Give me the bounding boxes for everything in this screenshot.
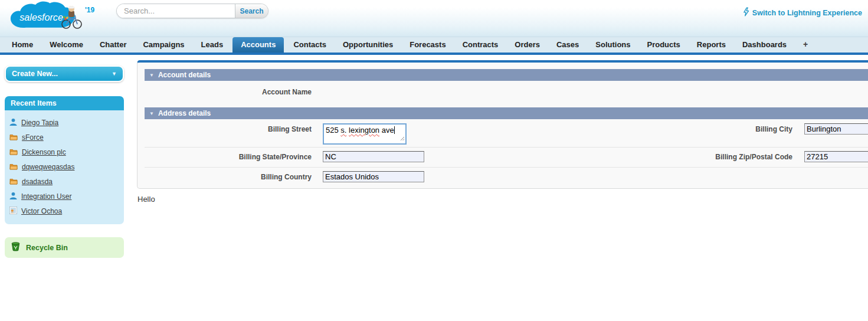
tab-products[interactable]: Products (639, 37, 689, 53)
account-icon (9, 147, 18, 158)
top-header: salesforce '19 Search Switch to Lightnin… (0, 0, 868, 37)
list-item: Dickenson plc (9, 145, 120, 159)
billing-street-row: Billing Street 525 s. lexington ave Bill… (145, 119, 868, 147)
billing-country-label: Billing Country (145, 171, 312, 181)
recent-items-panel: Recent Items Diego Tapia sForce (5, 96, 124, 224)
recent-items-title: Recent Items (5, 96, 124, 110)
account-name-row: Account Name (145, 81, 868, 107)
einstein-mascot: '19 (59, 5, 94, 30)
tab-chatter[interactable]: Chatter (91, 37, 135, 53)
billing-street-label: Billing Street (145, 123, 312, 133)
recent-item-link[interactable]: dsadasda (22, 178, 53, 186)
recent-item-link[interactable]: Integration User (21, 192, 71, 201)
tab-forecasts[interactable]: Forecasts (401, 37, 454, 53)
tab-welcome[interactable]: Welcome (41, 37, 91, 53)
svg-text:salesforce: salesforce (19, 12, 63, 22)
recent-item-link[interactable]: dqweqweqasdas (22, 163, 74, 171)
list-item: dsadasda (9, 174, 120, 189)
account-icon (9, 132, 18, 143)
collapse-triangle-icon: ▼ (149, 111, 154, 116)
recycle-bin-icon (11, 241, 21, 254)
tab-dashboards[interactable]: Dashboards (734, 37, 795, 53)
tab-contracts[interactable]: Contracts (454, 37, 507, 53)
billing-street-textarea[interactable]: 525 s. lexington ave (323, 123, 407, 145)
tab-home[interactable]: Home (4, 37, 41, 53)
account-name-label: Account Name (145, 86, 312, 96)
recent-item-link[interactable]: Victor Ochoa (21, 207, 62, 215)
list-item: Victor Ochoa (9, 204, 120, 218)
tab-leads[interactable]: Leads (193, 37, 232, 53)
create-new-dropdown[interactable]: Create New... ▼ (5, 65, 124, 82)
switch-to-lightning-link[interactable]: Switch to Lightning Experience (743, 7, 862, 18)
tab-opportunities[interactable]: Opportunities (335, 37, 401, 53)
account-icon (9, 176, 18, 187)
recent-item-link[interactable]: Dickenson plc (22, 148, 66, 156)
tab-contacts[interactable]: Contacts (285, 37, 335, 53)
tab-cases[interactable]: Cases (548, 37, 587, 53)
list-item: Diego Tapia (9, 115, 120, 130)
recent-item-link[interactable]: Diego Tapia (21, 119, 58, 127)
billing-city-label: Billing City (645, 123, 792, 133)
list-item: Integration User (9, 189, 120, 204)
section-account-details[interactable]: ▼ Account details (145, 69, 868, 81)
list-item: dqweqweqasdas (9, 159, 120, 174)
recent-item-link[interactable]: sForce (22, 133, 44, 142)
lightning-bolt-icon (743, 7, 749, 18)
tab-orders[interactable]: Orders (506, 37, 548, 53)
person-icon (9, 191, 17, 202)
chevron-down-icon: ▼ (112, 71, 117, 77)
tab-accounts[interactable]: Accounts (232, 37, 284, 53)
tab-solutions[interactable]: Solutions (587, 37, 638, 53)
tab-add-more[interactable]: + (795, 37, 816, 53)
billing-state-input[interactable] (323, 151, 424, 162)
billing-country-input[interactable] (323, 171, 424, 182)
list-item: sForce (9, 130, 120, 145)
billing-zip-label: Billing Zip/Postal Code (645, 151, 792, 161)
account-edit-form: ▼ Account details Account Name ▼ Address… (137, 60, 868, 189)
tab-campaigns[interactable]: Campaigns (135, 37, 192, 53)
user-photo-icon (9, 206, 17, 217)
collapse-triangle-icon: ▼ (149, 73, 154, 78)
section-address-details[interactable]: ▼ Address details (145, 107, 868, 119)
text-caret (394, 126, 395, 134)
account-icon (9, 162, 18, 172)
left-sidebar: Create New... ▼ Recent Items Diego Tapia… (0, 55, 137, 258)
billing-zip-input[interactable] (804, 151, 868, 162)
billing-country-row: Billing Country (145, 167, 868, 187)
recycle-bin-link[interactable]: Recycle Bin (5, 237, 124, 258)
mascot-year-badge: '19 (85, 6, 94, 14)
billing-state-label: Billing State/Province (145, 151, 312, 161)
hello-text: Hello (137, 195, 868, 204)
global-search: Search (116, 4, 268, 18)
billing-state-row: Billing State/Province Billing Zip/Posta… (145, 147, 868, 167)
search-input[interactable] (117, 4, 235, 18)
person-icon (9, 117, 17, 128)
main-content: ▼ Account details Account Name ▼ Address… (137, 55, 868, 204)
resize-grip-icon[interactable] (400, 134, 405, 143)
search-button[interactable]: Search (235, 4, 268, 18)
tab-reports[interactable]: Reports (689, 37, 734, 53)
billing-city-input[interactable] (804, 123, 868, 135)
main-tab-bar: Home Welcome Chatter Campaigns Leads Acc… (0, 37, 868, 53)
